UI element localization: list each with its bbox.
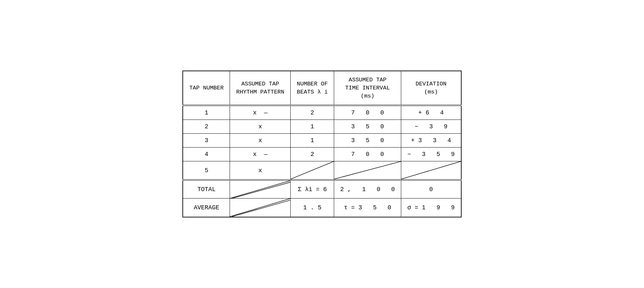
beats: 2 <box>291 148 334 161</box>
interval-diagonal <box>334 161 401 180</box>
beats: 1 <box>291 120 334 134</box>
average-label: AVERAGE <box>183 199 230 217</box>
deviation: − 3 9 <box>401 120 461 134</box>
svg-line-3 <box>230 181 290 199</box>
col3-header: NUMBER OFBEATS λ i <box>291 71 334 105</box>
pattern: x <box>230 120 291 134</box>
deviation: − 3 5 9 <box>401 148 461 161</box>
table-row: 5 x <box>183 161 461 180</box>
svg-line-1 <box>334 161 401 179</box>
header-row: TAP NUMBER ASSUMED TAPRHYTHM PATTERN NUM… <box>183 71 461 105</box>
total-label: TOTAL <box>183 180 230 199</box>
svg-line-0 <box>291 161 334 179</box>
table-row: 1 x — 2 7 0 0 + 6 4 <box>183 105 461 120</box>
col4-header: ASSUMED TAPTIME INTERVAL(ms) <box>334 71 401 105</box>
svg-line-5 <box>230 199 290 217</box>
table-row: 3 x 1 3 5 0 + 3 3 4 <box>183 134 461 148</box>
beats-diagonal <box>291 161 334 180</box>
svg-line-2 <box>401 161 461 179</box>
total-deviation: 0 <box>401 180 461 199</box>
total-pattern-diagonal <box>230 180 291 199</box>
deviation: + 6 4 <box>401 105 461 120</box>
table-row: 2 x 1 3 5 0 − 3 9 <box>183 120 461 134</box>
tap-number: 3 <box>183 134 230 148</box>
total-interval: 2 , 1 0 0 <box>334 180 401 199</box>
beats: 2 <box>291 105 334 120</box>
average-row: AVERAGE 1 . 5 τ = 3 5 0 σ = 1 9 9 <box>183 199 461 217</box>
pattern: x <box>230 134 291 148</box>
pattern: x <box>230 161 291 180</box>
table-row: 4 x — 2 7 0 0 − 3 5 9 <box>183 148 461 161</box>
tap-number: 5 <box>183 161 230 180</box>
total-row: TOTAL Σ λi = 6 2 , 1 0 0 0 <box>183 180 461 199</box>
deviation-diagonal <box>401 161 461 180</box>
tap-number: 1 <box>183 105 230 120</box>
col5-header: DEVIATION(ms) <box>401 71 461 105</box>
total-beats: Σ λi = 6 <box>291 180 334 199</box>
col2-header: ASSUMED TAPRHYTHM PATTERN <box>230 71 291 105</box>
deviation: + 3 3 4 <box>401 134 461 148</box>
svg-line-4 <box>232 182 290 199</box>
average-beats: 1 . 5 <box>291 199 334 217</box>
data-table: TAP NUMBER ASSUMED TAPRHYTHM PATTERN NUM… <box>182 71 461 217</box>
average-pattern-diagonal <box>230 199 291 217</box>
average-deviation: σ = 1 9 9 <box>401 199 461 217</box>
pattern: x — <box>230 148 291 161</box>
tap-number: 2 <box>183 120 230 134</box>
beats: 1 <box>291 134 334 148</box>
interval: 7 0 0 <box>334 105 401 120</box>
pattern: x — <box>230 105 291 120</box>
svg-line-6 <box>232 200 290 217</box>
interval: 3 5 0 <box>334 134 401 148</box>
col1-header: TAP NUMBER <box>183 71 230 105</box>
interval: 7 0 0 <box>334 148 401 161</box>
average-interval: τ = 3 5 0 <box>334 199 401 217</box>
tap-number: 4 <box>183 148 230 161</box>
interval: 3 5 0 <box>334 120 401 134</box>
main-content: TAP NUMBER ASSUMED TAPRHYTHM PATTERN NUM… <box>0 57 644 231</box>
